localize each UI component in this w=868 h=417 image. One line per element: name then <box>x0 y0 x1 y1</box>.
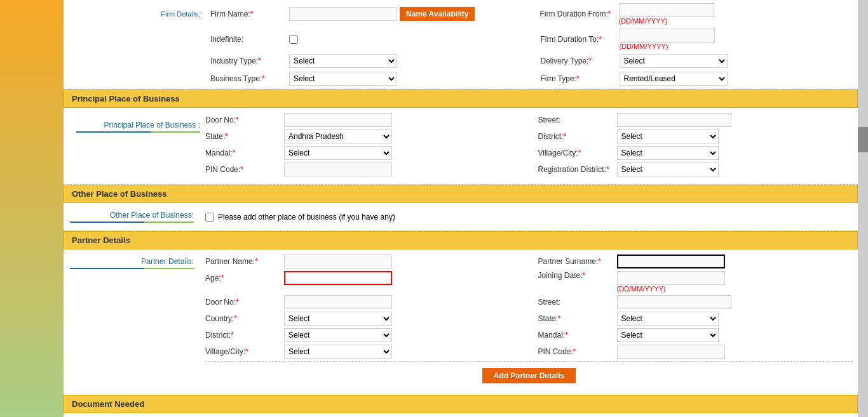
partner-village-select[interactable]: Select <box>284 345 392 359</box>
firm-name-input[interactable] <box>289 7 397 21</box>
partner-door-no-input[interactable] <box>284 295 392 309</box>
firm-duration-from-input[interactable] <box>619 3 714 17</box>
age-input[interactable] <box>284 271 392 285</box>
principal-pin-label: PIN Code:* <box>205 165 281 174</box>
partner-name-label: Partner Name:* <box>205 257 281 266</box>
principal-pin-input[interactable] <box>284 162 392 176</box>
principal-mandal-select[interactable]: Select <box>284 146 392 160</box>
delivery-type-select[interactable]: Select <box>620 54 728 68</box>
age-label: Age:* <box>205 274 281 282</box>
other-place-sidebar-label: Other Place of Business: <box>110 211 194 220</box>
partner-sidebar-label: Partner Details: <box>141 257 194 266</box>
other-place-checkbox-label: Please add other place of business (if y… <box>218 213 395 222</box>
principal-street-label: Street: <box>538 116 614 124</box>
partner-district-select[interactable]: Select <box>284 328 392 342</box>
firm-duration-to-hint: (DD/MM/YYYY) <box>620 43 715 50</box>
partner-street-label: Street: <box>538 298 614 307</box>
firm-duration-from-hint: (DD/MM/YYYY) <box>619 17 714 25</box>
partner-state-select[interactable]: Select <box>617 312 719 326</box>
name-availability-button[interactable]: Name Availability <box>400 7 475 21</box>
partner-state-label: State:* <box>538 314 614 323</box>
partner-mandal-label: Mandal:* <box>538 331 614 340</box>
business-type-label: Business Type:* <box>210 74 287 83</box>
joining-date-label: Joining Date:* <box>538 271 614 280</box>
partner-surname-input[interactable] <box>617 255 725 268</box>
firm-type-label: Firm Type:* <box>541 74 617 83</box>
principal-mandal-label: Mandal:* <box>205 149 281 157</box>
joining-date-input[interactable] <box>617 271 725 285</box>
other-place-checkbox[interactable] <box>205 213 214 222</box>
principal-sidebar-label: Principal Place of Business : <box>104 121 200 129</box>
document-section-header: Document Needed <box>64 395 858 413</box>
indefinite-label: Indefinite: <box>210 35 287 44</box>
firm-type-select[interactable]: Rented/Leased <box>620 72 728 86</box>
firm-duration-from-label: Firm Duration From:* <box>540 10 616 18</box>
partner-district-label: District:* <box>205 331 281 340</box>
principal-door-no-input[interactable] <box>284 113 392 127</box>
joining-date-hint: (DD/MM/YYYY) <box>617 285 725 293</box>
partner-country-label: Country:* <box>205 314 281 323</box>
business-type-select[interactable]: Select <box>289 72 397 86</box>
firm-name-label: Firm Name:* <box>210 10 287 18</box>
industry-type-select[interactable]: Select <box>289 54 397 68</box>
partner-mandal-select[interactable]: Select <box>617 328 719 342</box>
principal-state-select[interactable]: Andhra Pradesh <box>284 129 392 143</box>
principal-place-section-header: Principal Place of Business <box>64 89 858 108</box>
principal-reg-district-select[interactable]: Select <box>617 162 719 176</box>
partner-village-label: Village/City:* <box>205 347 281 356</box>
principal-street-input[interactable] <box>617 113 731 127</box>
partner-country-select[interactable]: Select <box>284 312 392 326</box>
partner-surname-label: Partner Surname:* <box>538 257 614 266</box>
firm-duration-to-input[interactable] <box>620 29 715 43</box>
add-partner-button[interactable]: Add Partner Details <box>482 368 576 383</box>
principal-village-select[interactable]: Select <box>617 146 719 160</box>
partner-name-input[interactable] <box>284 255 392 268</box>
partner-pin-input[interactable] <box>617 345 725 359</box>
partner-street-input[interactable] <box>617 295 731 309</box>
principal-reg-district-label: Registration District:* <box>538 165 614 174</box>
partner-door-no-label: Door No:* <box>205 298 281 307</box>
principal-door-no-label: Door No:* <box>205 116 281 124</box>
principal-district-label: District:* <box>538 132 614 141</box>
firm-duration-to-label: Firm Duration To:* <box>541 35 617 44</box>
delivery-type-label: Delivery Type:* <box>541 56 617 65</box>
partner-pin-label: PIN Code:* <box>538 347 614 356</box>
principal-village-label: Village/City:* <box>538 149 614 157</box>
partner-section-header: Partner Details <box>64 231 858 249</box>
principal-state-label: State:* <box>205 132 281 141</box>
industry-type-label: Industry Type:* <box>210 56 287 65</box>
principal-district-select[interactable]: Select <box>617 129 719 143</box>
indefinite-checkbox[interactable] <box>289 35 298 44</box>
other-place-section-header: Other Place of Business <box>64 185 858 203</box>
